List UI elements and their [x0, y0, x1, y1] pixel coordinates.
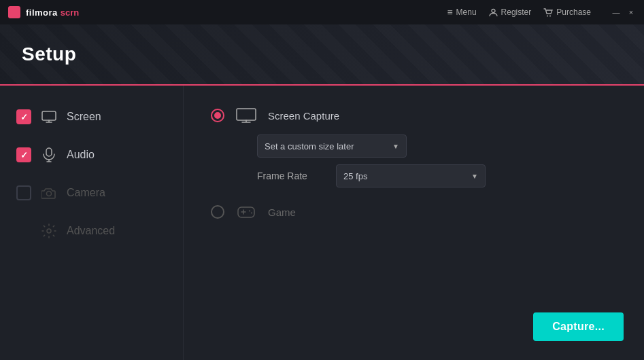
register-button[interactable]: Register [489, 7, 532, 17]
menu-lines-icon: ≡ [447, 7, 452, 18]
svg-point-5 [47, 192, 52, 196]
svg-rect-3 [42, 111, 56, 120]
screen-capture-label: Screen Capture [268, 110, 339, 122]
audio-checkbox[interactable] [16, 147, 31, 162]
frame-rate-row: Frame Rate 25 fps ▼ [257, 164, 617, 187]
audio-icon [41, 147, 57, 163]
purchase-label: Purchase [556, 7, 591, 17]
svg-point-6 [47, 229, 51, 233]
page-title: Setup [22, 43, 76, 65]
svg-point-10 [251, 213, 252, 214]
sidebar-item-audio[interactable]: Audio [0, 136, 183, 174]
game-row[interactable]: Game [211, 201, 617, 223]
purchase-button[interactable]: Purchase [543, 7, 591, 17]
capture-size-dropdown[interactable]: Set a custom size later ▼ [257, 134, 407, 158]
frame-rate-value: 25 fps [343, 171, 367, 181]
svg-point-2 [549, 15, 551, 16]
advanced-icon [41, 223, 57, 239]
camera-checkbox[interactable] [16, 185, 31, 200]
svg-rect-8 [238, 207, 254, 217]
screen-icon [41, 109, 57, 125]
logo: filmora scrn [8, 6, 79, 18]
sidebar-item-screen[interactable]: Screen [0, 98, 183, 136]
main-content: Screen Audio Camera [0, 86, 644, 360]
header-band: Setup [0, 24, 644, 86]
game-mode-icon [235, 201, 257, 223]
sidebar-item-camera[interactable]: Camera [0, 174, 183, 212]
screen-label: Screen [67, 111, 101, 123]
svg-point-1 [547, 15, 548, 16]
capture-button[interactable]: Capture... [533, 312, 624, 341]
menu-button[interactable]: ≡ Menu [447, 7, 476, 18]
window-controls: — × [611, 7, 636, 17]
frame-rate-arrow-icon: ▼ [471, 173, 478, 180]
audio-label: Audio [67, 149, 95, 161]
register-icon [489, 8, 498, 17]
logo-name-scrn: scrn [61, 7, 79, 18]
capture-size-arrow-icon: ▼ [392, 143, 399, 150]
game-radio[interactable] [211, 205, 224, 219]
advanced-label: Advanced [67, 225, 115, 237]
logo-name-filmora: filmora [26, 7, 58, 18]
frame-rate-dropdown[interactable]: 25 fps ▼ [336, 164, 486, 187]
camera-label: Camera [67, 187, 105, 199]
svg-rect-7 [237, 109, 256, 120]
screen-capture-radio[interactable] [211, 109, 224, 122]
menu-label: Menu [456, 7, 477, 17]
screen-checkbox[interactable] [16, 109, 31, 124]
svg-point-9 [249, 211, 250, 212]
titlebar: filmora scrn ≡ Menu Register [0, 0, 644, 24]
screen-capture-settings: Set a custom size later ▼ Frame Rate 25 … [257, 134, 617, 187]
sidebar: Screen Audio Camera [0, 86, 184, 360]
register-label: Register [501, 7, 532, 17]
close-button[interactable]: × [626, 7, 636, 17]
titlebar-actions: ≡ Menu Register Purchase — [447, 7, 636, 18]
game-label: Game [268, 206, 296, 218]
camera-icon [41, 185, 57, 201]
screen-capture-row[interactable]: Screen Capture [211, 105, 617, 126]
capture-size-row: Set a custom size later ▼ [257, 134, 617, 158]
capture-size-value: Set a custom size later [265, 141, 354, 151]
frame-rate-label: Frame Rate [257, 170, 325, 181]
svg-point-0 [492, 9, 495, 12]
minimize-button[interactable]: — [611, 7, 621, 17]
svg-rect-4 [46, 148, 52, 156]
screen-capture-mode-icon [235, 105, 257, 126]
cart-icon [543, 8, 553, 17]
logo-icon [8, 6, 20, 18]
right-panel: Screen Capture Set a custom size later ▼… [184, 86, 644, 360]
sidebar-item-advanced[interactable]: Advanced [0, 212, 183, 250]
